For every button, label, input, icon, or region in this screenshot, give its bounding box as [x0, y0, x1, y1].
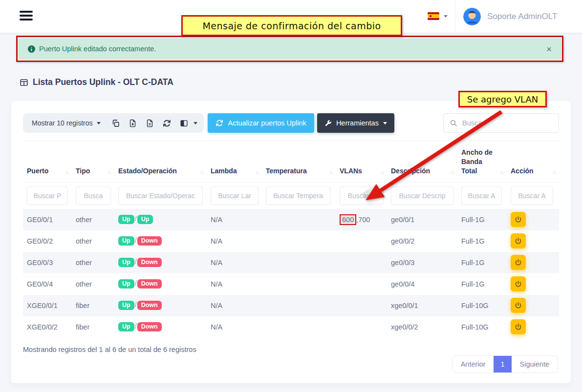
cell-descripcion: xge0/0/1	[387, 295, 457, 316]
sort-icon[interactable]: ↑↓	[500, 169, 503, 176]
sort-icon[interactable]: ↑↓	[65, 169, 68, 176]
menu-toggle-icon[interactable]	[20, 11, 33, 22]
cell-ancho-banda: Full-10G	[457, 295, 507, 316]
filter-cell	[207, 182, 262, 209]
cell-accion	[507, 316, 559, 338]
filter-cell	[262, 182, 336, 209]
operacion-badge: Down	[137, 301, 162, 310]
search-input[interactable]	[462, 119, 553, 127]
table-toolbar: Mostrar 10 registros	[23, 113, 559, 133]
estado-badge: Up	[118, 258, 134, 268]
toggle-port-button[interactable]	[511, 212, 526, 227]
table-filter-row	[23, 182, 559, 209]
search-icon	[450, 119, 457, 127]
sort-icon[interactable]: ↑↓	[255, 169, 258, 176]
column-header-3[interactable]: Lambda↑↓	[207, 141, 262, 183]
cell-ancho-banda: Full-1G	[457, 252, 507, 273]
column-header-6[interactable]: Descripción↑↓	[387, 141, 457, 183]
filter-cell	[336, 182, 387, 209]
estado-badge: Up	[118, 322, 134, 332]
sort-icon[interactable]: ↑↓	[552, 169, 555, 176]
column-label: Tipo	[76, 166, 90, 176]
badge-separator: /	[135, 322, 137, 330]
annotation-vlan-highlight: 600	[340, 214, 356, 225]
columns-visibility-icon[interactable]	[175, 113, 193, 133]
sort-icon[interactable]: ↑↓	[380, 169, 383, 176]
pagination-page-1[interactable]: 1	[494, 356, 511, 372]
filter-input-0[interactable]	[27, 186, 68, 205]
column-header-7[interactable]: Ancho de Banda Total↑↓	[457, 141, 507, 183]
update-uplink-ports-button[interactable]: Actualizar puertos Uplink	[208, 113, 314, 133]
toggle-port-button[interactable]	[511, 276, 526, 291]
toggle-port-button[interactable]	[511, 319, 526, 334]
operacion-badge: Up	[137, 215, 153, 225]
refresh-icon[interactable]	[158, 113, 175, 133]
cell-descripcion: ge0/0/3	[387, 252, 457, 273]
filter-input-3[interactable]	[211, 186, 259, 205]
cell-descripcion: ge0/0/1	[387, 209, 457, 230]
cell-estado-operacion: Up/Up	[114, 209, 207, 230]
filter-input-6[interactable]	[391, 186, 453, 205]
info-icon	[28, 45, 35, 53]
pagination-previous[interactable]: Anterior	[453, 356, 494, 372]
filter-input-5[interactable]	[340, 186, 384, 205]
cell-estado-operacion: Up/Down	[114, 230, 207, 252]
toggle-port-button[interactable]	[511, 233, 526, 248]
pagination-next[interactable]: Siguiente	[512, 356, 558, 372]
refresh-icon	[216, 119, 223, 127]
toggle-port-button[interactable]	[511, 298, 526, 313]
sort-icon[interactable]: ↑↓	[329, 169, 332, 176]
badge-separator: /	[135, 236, 137, 244]
filter-input-8[interactable]	[511, 186, 553, 205]
table-search	[443, 113, 559, 133]
badge-separator: /	[135, 301, 137, 309]
cell-lambda: N/A	[207, 273, 262, 295]
filter-input-2[interactable]	[118, 186, 203, 205]
chevron-down-icon	[97, 122, 101, 124]
tools-dropdown-button[interactable]: Herramientas	[317, 113, 394, 133]
filter-cell	[507, 182, 559, 209]
column-label: VLANs	[340, 166, 362, 176]
cell-tipo: other	[72, 252, 114, 273]
column-header-2[interactable]: Estado/Operación↑↓	[114, 141, 207, 183]
close-icon[interactable]: ×	[546, 44, 552, 54]
show-records-dropdown[interactable]: Mostrar 10 registros	[25, 119, 107, 127]
cell-estado-operacion: Up/Down	[114, 295, 207, 316]
spain-flag-icon	[428, 12, 439, 20]
cell-temperatura	[262, 316, 336, 338]
user-menu[interactable]: Soporte AdminOLT	[455, 0, 582, 33]
column-header-5[interactable]: VLANs↑↓	[336, 141, 387, 183]
column-label: Puerto	[27, 166, 48, 176]
column-header-8[interactable]: Acción↑↓	[507, 141, 559, 183]
uplink-ports-table: Puerto↑↓Tipo↑↓Estado/Operación↑↓Lambda↑↓…	[23, 141, 559, 338]
cell-vlans	[336, 252, 387, 273]
column-header-4[interactable]: Temperatura↑↓	[262, 141, 336, 183]
filter-input-1[interactable]	[76, 186, 111, 205]
column-header-1[interactable]: Tipo↑↓	[72, 141, 114, 183]
sort-icon[interactable]: ↑↓	[451, 169, 453, 176]
badge-separator: /	[135, 215, 137, 223]
column-header-0[interactable]: Puerto↑↓	[23, 141, 72, 183]
vlan-rest: ,700	[356, 216, 370, 224]
column-label: Descripción	[391, 166, 430, 176]
annotation-vlan-added-label: Se agrego VLAN	[458, 91, 547, 107]
sort-icon[interactable]: ↑↓	[200, 169, 203, 176]
column-label: Temperatura	[266, 166, 307, 176]
cell-vlans	[336, 230, 387, 252]
toggle-port-button[interactable]	[511, 255, 526, 270]
estado-badge: Up	[118, 236, 134, 246]
chevron-down-icon[interactable]	[194, 122, 197, 124]
filter-input-7[interactable]	[461, 186, 502, 205]
filter-input-4[interactable]	[266, 186, 330, 205]
pdf-export-icon[interactable]	[141, 113, 158, 133]
cell-accion	[507, 209, 559, 230]
excel-export-icon[interactable]	[124, 113, 141, 133]
language-dropdown[interactable]	[428, 12, 448, 20]
cell-accion	[507, 295, 559, 316]
filter-cell	[387, 182, 457, 209]
sort-icon[interactable]: ↑↓	[108, 169, 110, 176]
copy-icon[interactable]	[107, 113, 124, 133]
cell-estado-operacion: Up/Down	[114, 273, 207, 295]
cell-descripcion: ge0/0/4	[387, 273, 457, 295]
cell-lambda: N/A	[207, 316, 262, 338]
